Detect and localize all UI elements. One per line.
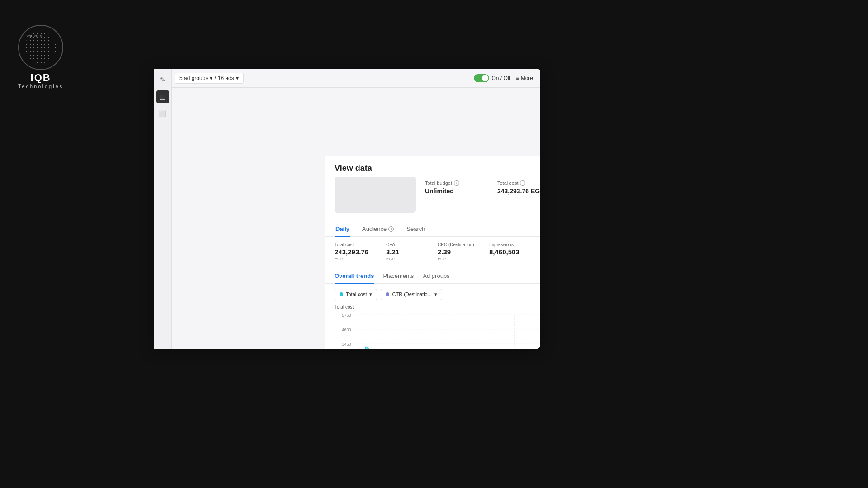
total-cost-info-icon[interactable]: i bbox=[520, 180, 525, 186]
metric-impressions-label: Impressions bbox=[489, 242, 530, 247]
filter-chevron1: ▾ bbox=[369, 291, 372, 297]
summary-row: Total budget i Unlimited Total cost i 24… bbox=[326, 177, 540, 218]
main-panel: ✕ 5 ad groups ▾ / 16 ads ▾ On / Off ≡ Mo… bbox=[154, 69, 540, 349]
total-cost-value: 243,293.76 EGP bbox=[497, 188, 540, 195]
tab-search[interactable]: Search bbox=[406, 222, 426, 237]
ctr-dot bbox=[386, 292, 389, 296]
edit-icon[interactable]: ✎ bbox=[156, 73, 169, 86]
chart-controls: Total cost ▾ CTR (Destinatio... ▾ Day Ho… bbox=[326, 284, 540, 305]
total-budget-value: Unlimited bbox=[425, 188, 484, 195]
metric-cpc-value: 2.39 bbox=[438, 248, 478, 256]
data-tabs-row: Daily Audience i Search 2023-11-21 → 202… bbox=[326, 218, 540, 237]
metric-cpc: CPC (Destination) 2.39 EGP bbox=[438, 242, 478, 261]
total-budget-card: Total budget i Unlimited bbox=[425, 180, 484, 195]
logo-name: IQB bbox=[31, 72, 51, 84]
metric-cpa-currency: EGP bbox=[386, 257, 427, 261]
metric-cpa-label: CPA bbox=[386, 242, 427, 247]
total-cost-dot bbox=[340, 292, 343, 296]
top-bar-right: On / Off ≡ More bbox=[474, 74, 533, 82]
total-budget-info-icon[interactable]: i bbox=[454, 180, 459, 186]
more-label: ≡ More bbox=[516, 75, 533, 81]
metric-cpc-label: CPC (Destination) bbox=[438, 242, 478, 247]
chart-y-left-title: Total cost bbox=[335, 305, 354, 310]
svg-text:3450: 3450 bbox=[342, 342, 351, 347]
ads-chevron: ▾ bbox=[236, 75, 239, 81]
left-sidebar: ✎ ▦ ⬜ bbox=[154, 69, 172, 349]
ad-groups-dropdown[interactable]: 5 ad groups ▾ / 16 ads ▾ bbox=[175, 73, 244, 84]
logo-circle: est. 2019 bbox=[18, 25, 63, 70]
summary-cards: Total budget i Unlimited Total cost i 24… bbox=[425, 177, 540, 213]
content-area: View data Total budget i Unlimited Total… bbox=[326, 156, 540, 349]
metric-impressions: Impressions 8,460,503 bbox=[489, 242, 530, 261]
tab-placements[interactable]: Placements bbox=[383, 272, 414, 284]
ctr-filter-label: CTR (Destinatio... bbox=[392, 291, 431, 297]
total-cost-filter[interactable]: Total cost ▾ bbox=[335, 289, 377, 300]
filter-chevron2: ▾ bbox=[434, 291, 437, 297]
toggle-track bbox=[474, 74, 489, 82]
ads-label: 16 ads bbox=[218, 75, 234, 81]
total-cost-card: Total cost i 243,293.76 EGP bbox=[497, 180, 540, 195]
metric-total-cost-value: 243,293.76 bbox=[335, 248, 375, 256]
top-bar: ✕ 5 ad groups ▾ / 16 ads ▾ On / Off ≡ Mo… bbox=[154, 69, 540, 88]
toggle-label: On / Off bbox=[492, 75, 511, 81]
total-budget-label: Total budget i bbox=[425, 180, 484, 186]
logo: est. 2019 IQB Technologies bbox=[18, 25, 63, 89]
logo-subtitle: Technologies bbox=[18, 84, 63, 89]
metric-cpc-currency: EGP bbox=[438, 257, 478, 261]
audience-info-icon[interactable]: i bbox=[388, 226, 394, 232]
tab-audience[interactable]: Audience i bbox=[361, 222, 395, 237]
metrics-row: Total cost 243,293.76 EGP CPA 3.21 EGP C… bbox=[326, 237, 540, 267]
bar-chart-icon[interactable]: ▦ bbox=[156, 90, 169, 103]
metric-cpa: CPA 3.21 EGP bbox=[386, 242, 427, 261]
metric-impressions-value: 8,460,503 bbox=[489, 248, 530, 256]
metric-total-cost-currency: EGP bbox=[335, 257, 375, 261]
toggle-thumb bbox=[482, 75, 488, 81]
ad-groups-label: 5 ad groups bbox=[179, 75, 208, 81]
total-cost-label: Total cost i bbox=[497, 180, 540, 186]
svg-text:4600: 4600 bbox=[342, 328, 351, 332]
total-cost-filter-label: Total cost bbox=[346, 291, 367, 297]
tab-overall-trends[interactable]: Overall trends bbox=[335, 272, 374, 284]
tab-daily[interactable]: Daily bbox=[335, 222, 350, 237]
svg-text:5750: 5750 bbox=[342, 313, 351, 318]
campaign-thumbnail bbox=[335, 177, 416, 213]
chart-svg: 5750 4600 3450 2300 1150 0 5 4 3 2 1 0 bbox=[335, 310, 540, 349]
file-icon[interactable]: ⬜ bbox=[156, 108, 169, 120]
metric-cpa-value: 3.21 bbox=[386, 248, 427, 256]
chart-filters: Total cost ▾ CTR (Destinatio... ▾ bbox=[335, 289, 442, 300]
more-button[interactable]: ≡ More bbox=[516, 75, 533, 81]
logo-year: est. 2019 bbox=[27, 34, 42, 38]
metric-total-cost: Total cost 243,293.76 EGP bbox=[335, 242, 375, 261]
top-bar-left: ✕ 5 ad groups ▾ / 16 ads ▾ bbox=[161, 73, 244, 84]
tab-ad-groups[interactable]: Ad groups bbox=[423, 272, 449, 284]
trends-tabs: Overall trends Placements Ad groups bbox=[326, 267, 540, 284]
dropdown-chevron: ▾ bbox=[210, 75, 212, 81]
metric-total-cost-label: Total cost bbox=[335, 242, 375, 247]
page-title: View data bbox=[326, 156, 540, 177]
on-off-toggle[interactable]: On / Off bbox=[474, 74, 511, 82]
chart-svg-container: 5750 4600 3450 2300 1150 0 5 4 3 2 1 0 bbox=[335, 310, 540, 349]
data-tabs: Daily Audience i Search bbox=[335, 222, 426, 236]
ads-divider: / bbox=[214, 75, 216, 81]
ctr-filter[interactable]: CTR (Destinatio... ▾ bbox=[381, 289, 442, 300]
chart-area: Total cost CTR (Destination) (%) 5750 46… bbox=[326, 305, 540, 349]
